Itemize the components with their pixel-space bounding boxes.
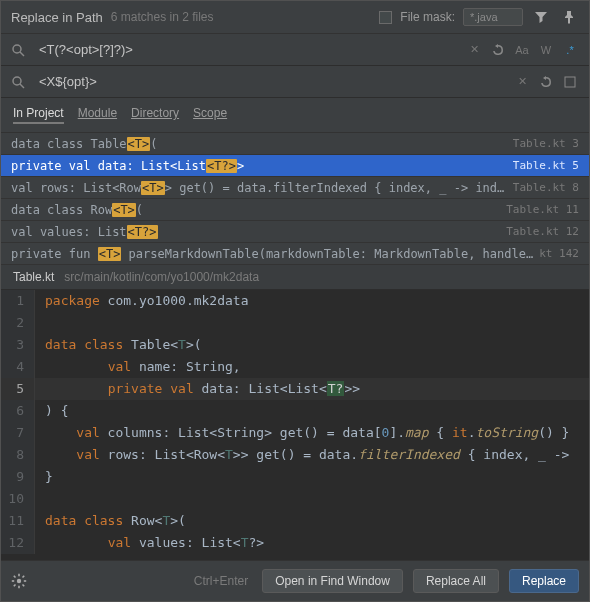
scope-tab-directory[interactable]: Directory [131,106,179,124]
line-number: 4 [1,356,35,378]
breadcrumb: Table.kt src/main/kotlin/com/yo1000/mk2d… [1,265,589,290]
svg-point-0 [13,45,21,53]
result-location: Table.kt 12 [506,225,579,238]
history-icon[interactable] [489,41,507,59]
svg-line-13 [23,576,25,578]
svg-line-3 [20,84,24,88]
result-row[interactable]: data class Table<T>(Table.kt 3 [1,133,589,155]
editor-line: 3data class Table<T>( [1,334,589,356]
editor-line: 1package com.yo1000.mk2data [1,290,589,312]
file-mask-label: File mask: [400,10,455,24]
result-row[interactable]: data class Row<T>(Table.kt 11 [1,199,589,221]
line-number: 9 [1,466,35,488]
match-case-icon[interactable]: Aa [513,41,531,59]
line-number: 10 [1,488,35,510]
match-count: 6 matches in 2 files [111,10,214,24]
line-number: 8 [1,444,35,466]
breadcrumb-path: src/main/kotlin/com/yo1000/mk2data [64,270,259,284]
result-row[interactable]: private fun <T> parseMarkdownTable(markd… [1,243,589,265]
scope-tabs: In ProjectModuleDirectoryScope [1,98,589,133]
replace-icon [11,75,31,89]
svg-point-2 [13,77,21,85]
search-icon [11,43,31,57]
search-input[interactable] [39,42,457,57]
line-number: 3 [1,334,35,356]
preserve-case-icon[interactable] [561,73,579,91]
line-number: 1 [1,290,35,312]
editor-line: 11data class Row<T>( [1,510,589,532]
editor-line: 6) { [1,400,589,422]
regex-icon[interactable]: .* [561,41,579,59]
editor-line: 7 val columns: List<String> get() = data… [1,422,589,444]
editor-line: 8 val rows: List<Row<T>> get() = data.fi… [1,444,589,466]
scope-tab-in-project[interactable]: In Project [13,106,64,124]
dialog-title: Replace in Path [11,10,103,25]
result-row[interactable]: val values: List<T?>Table.kt 12 [1,221,589,243]
scope-tab-scope[interactable]: Scope [193,106,227,124]
pin-icon[interactable] [559,7,579,27]
replace-all-button[interactable]: Replace All [413,569,499,593]
result-row[interactable]: private val data: List<List<T?>>Table.kt… [1,155,589,177]
svg-line-10 [14,576,16,578]
line-number: 12 [1,532,35,554]
preview-editor: 1package com.yo1000.mk2data23data class … [1,290,589,560]
replace-history-icon[interactable] [537,73,555,91]
line-number: 2 [1,312,35,334]
editor-line: 2 [1,312,589,334]
editor-line: 5 private val data: List<List<T?>> [1,378,589,400]
line-number: 7 [1,422,35,444]
svg-line-11 [23,585,25,587]
replace-button[interactable]: Replace [509,569,579,593]
result-location: kt 142 [539,247,579,260]
svg-line-1 [20,52,24,56]
editor-line: 4 val name: String, [1,356,589,378]
filter-icon[interactable] [531,7,551,27]
breadcrumb-file: Table.kt [13,270,54,284]
line-number: 6 [1,400,35,422]
result-location: Table.kt 5 [513,159,579,172]
line-number: 5 [1,378,35,400]
clear-replace-icon[interactable]: ✕ [513,73,531,91]
words-icon[interactable]: W [537,41,555,59]
open-in-find-window-button[interactable]: Open in Find Window [262,569,403,593]
editor-line: 9} [1,466,589,488]
editor-line: 10 [1,488,589,510]
result-location: Table.kt 11 [506,203,579,216]
line-number: 11 [1,510,35,532]
result-location: Table.kt 8 [513,181,579,194]
svg-rect-4 [565,77,575,87]
shortcut-hint: Ctrl+Enter [194,574,248,588]
results-list: data class Table<T>(Table.kt 3private va… [1,133,589,265]
clear-search-icon[interactable]: ✕ [465,41,483,59]
result-row[interactable]: val rows: List<Row<T>> get() = data.filt… [1,177,589,199]
result-location: Table.kt 3 [513,137,579,150]
file-mask-input[interactable] [463,8,523,26]
scope-tab-module[interactable]: Module [78,106,117,124]
svg-point-5 [17,579,21,583]
svg-line-12 [14,585,16,587]
file-mask-checkbox[interactable] [379,11,392,24]
replace-input[interactable] [39,74,505,89]
gear-icon[interactable] [11,573,31,589]
editor-line: 12 val values: List<T?> [1,532,589,554]
